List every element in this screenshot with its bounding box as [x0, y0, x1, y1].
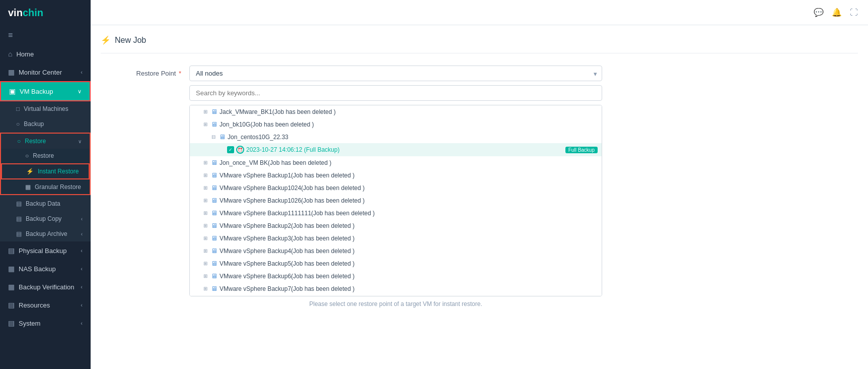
tree-label: Jon_centos10G_22.33	[228, 134, 598, 141]
sidebar-item-label: Virtual Machines	[24, 105, 68, 112]
tree-item-vmware-backup6[interactable]: ⊞🖥VMware vSphere Backup6(Job has been de…	[190, 270, 602, 282]
tree-item-jon-once-vm[interactable]: ⊞🖥Jon_once_VM BK(Job has been deleted )	[190, 156, 602, 169]
sidebar-item-label: Backup Data	[26, 200, 60, 207]
tree-item-jack-vmbk1[interactable]: ⊞🖥Jack_VMware_BK1(Job has been deleted )	[190, 105, 602, 118]
sidebar-toggle[interactable]: ≡	[0, 26, 91, 45]
sidebar-item-label: Backup Verification	[19, 283, 75, 291]
vm-backup-icon: ▣	[9, 87, 16, 95]
backup-copy-icon: ▤	[16, 215, 22, 222]
restore-point-row: Restore Point * All nodes ⊞🖥Jack_VMware_…	[121, 66, 838, 312]
sidebar-item-system[interactable]: ▤ System ‹	[0, 314, 91, 332]
sidebar-item-label: Backup Archive	[26, 230, 67, 237]
tree-item-vmware-backup3[interactable]: ⊞🖥VMware vSphere Backup3(Job has been de…	[190, 232, 602, 244]
sidebar-item-backup[interactable]: ○ Backup	[0, 116, 91, 132]
sidebar-item-restore[interactable]: ○ Restore ∨	[1, 134, 90, 149]
sidebar-item-label: Restore	[33, 152, 54, 159]
tree-item-vmware-backup1024[interactable]: ⊞🖥VMware vSphere Backup1024(Job has been…	[190, 181, 602, 194]
tree-item-jon-centos10g[interactable]: ⊟🖥Jon_centos10G_22.33	[190, 131, 602, 143]
tree-item-vmware-backup1026[interactable]: ⊞🖥VMware vSphere Backup1026(Job has been…	[190, 194, 602, 207]
system-icon: ▤	[8, 319, 15, 327]
tree-toggle: ⊞	[202, 286, 209, 291]
tree-item-vmware-backup1111111[interactable]: ⊞🖥VMware vSphere Backup1111111(Job has b…	[190, 207, 602, 219]
job-icon: 🖥	[211, 184, 218, 192]
logo-chin: chin	[23, 7, 43, 18]
job-icon: 🖥	[211, 120, 218, 128]
sidebar-item-nas-backup[interactable]: ▦ NAS Backup ‹	[0, 260, 91, 278]
sidebar-item-label: Granular Restore	[35, 183, 81, 191]
tree-item-vmware-backup4[interactable]: ⊞🖥VMware vSphere Backup4(Job has been de…	[190, 244, 602, 257]
backup-type-badge: Full Backup	[565, 147, 598, 153]
logo-vin: vin	[8, 7, 23, 18]
nas-backup-icon: ▦	[8, 265, 15, 273]
job-icon: 🖥	[211, 247, 218, 255]
chevron-left-icon: ‹	[81, 266, 83, 272]
node-select[interactable]: All nodes	[189, 66, 602, 81]
physical-backup-icon: ▤	[8, 247, 15, 255]
sidebar-item-granular-restore[interactable]: ▦ Granular Restore	[1, 180, 90, 194]
search-input[interactable]	[189, 85, 602, 101]
chat-icon[interactable]: 💬	[814, 8, 824, 17]
sidebar-item-instant-restore[interactable]: ⚡ Instant Restore	[2, 164, 89, 178]
tree-label: VMware vSphere Backup1(Job has been dele…	[220, 172, 598, 179]
monitor-icon: ▦	[8, 68, 15, 76]
job-icon: 🖥	[211, 159, 218, 166]
tree-toggle: ⊞	[202, 248, 209, 254]
tree-item-jon-bk10g[interactable]: ⊞🖥Jon_bk10G(Job has been deleted )	[190, 118, 602, 131]
sidebar-item-home[interactable]: ⌂ Home	[0, 45, 91, 63]
sidebar-item-monitor-center[interactable]: ▦ Monitor Center ‹	[0, 63, 91, 81]
sidebar-item-backup-copy[interactable]: ▤ Backup Copy ‹	[0, 211, 91, 226]
resources-icon: ▤	[8, 301, 15, 309]
tree-toggle: ⊞	[202, 172, 209, 178]
vm-backup-submenu: □ Virtual Machines ○ Backup ○ Restore ∨ …	[0, 101, 91, 241]
sidebar-item-vm-backup[interactable]: ▣ VM Backup ∨	[0, 81, 91, 101]
hint-text: Please select one restore point of a tar…	[189, 296, 602, 312]
tree-item-vmware-backup5[interactable]: ⊞🖥VMware vSphere Backup5(Job has been de…	[190, 257, 602, 270]
new-job-icon: ⚡	[101, 35, 111, 45]
fullscreen-icon[interactable]: ⛶	[850, 8, 858, 17]
sidebar-item-backup-verification[interactable]: ▦ Backup Verification ‹	[0, 278, 91, 296]
tree-label: 2023-10-27 14:06:12 (Full Backup)	[246, 146, 561, 153]
tree-label: VMware vSphere Backup3(Job has been dele…	[220, 235, 598, 242]
job-icon: 🖥	[211, 209, 218, 217]
sidebar-item-backup-archive[interactable]: ▤ Backup Archive ‹	[0, 226, 91, 241]
sidebar-item-backup-data[interactable]: ▤ Backup Data	[0, 196, 91, 211]
backup-archive-icon: ▤	[16, 230, 22, 237]
required-marker: *	[179, 70, 181, 77]
tree-item-vmware-backup1[interactable]: ⊞🖥VMware vSphere Backup1(Job has been de…	[190, 169, 602, 181]
chevron-left-icon: ‹	[81, 69, 83, 75]
sidebar-item-label: Home	[16, 50, 34, 58]
tree-label: VMware vSphere Backup4(Job has been dele…	[220, 248, 598, 255]
topbar: 💬 🔔 ⛶	[91, 0, 868, 25]
tree-label: VMware vSphere Backup1111111(Job has bee…	[220, 210, 598, 217]
tree-item-vmware-backup7[interactable]: ⊞🖥VMware vSphere Backup7(Job has been de…	[190, 282, 602, 295]
job-icon: 🖥	[211, 260, 218, 267]
sidebar-item-virtual-machines[interactable]: □ Virtual Machines	[0, 101, 91, 116]
sidebar-item-resources[interactable]: ▤ Resources ‹	[0, 296, 91, 314]
tree-label: VMware vSphere Backup6(Job has been dele…	[220, 273, 598, 280]
tree-item-backup-point-1[interactable]: ✓ ⏰ 2023-10-27 14:06:12 (Full Backup)Ful…	[190, 143, 602, 156]
tree-toggle: ⊟	[210, 134, 217, 140]
tree-toggle: ⊞	[202, 223, 209, 228]
tree-toggle: ⊞	[202, 273, 209, 279]
logo: vinchin	[0, 0, 91, 26]
sidebar-item-label: NAS Backup	[19, 265, 56, 273]
chevron-left-icon: ‹	[81, 248, 83, 254]
chevron-down-icon: ∨	[78, 88, 82, 95]
job-icon: 🖥	[211, 108, 218, 115]
backup-verification-icon: ▦	[8, 283, 15, 291]
job-icon: 🖥	[211, 285, 218, 292]
vm-icon: 🖥	[219, 133, 226, 141]
sidebar-item-physical-backup[interactable]: ▤ Physical Backup ‹	[0, 241, 91, 260]
page-header: ⚡ New Job	[101, 35, 858, 53]
tree-toggle: ⊞	[202, 109, 209, 114]
tree-label: VMware vSphere Backup7(Job has been dele…	[220, 285, 598, 292]
chevron-left-icon: ‹	[81, 284, 83, 290]
sidebar-item-restore-sub[interactable]: ○ Restore	[1, 149, 90, 163]
chevron-left-icon: ‹	[81, 302, 83, 308]
backup-tree: ⊞🖥Jack_VMware_BK1(Job has been deleted )…	[189, 105, 602, 296]
form-section: Restore Point * All nodes ⊞🖥Jack_VMware_…	[101, 66, 858, 312]
bell-icon[interactable]: 🔔	[832, 8, 842, 17]
tree-item-vmware-backup2[interactable]: ⊞🖥VMware vSphere Backup2(Job has been de…	[190, 219, 602, 232]
tree-label: Jack_VMware_BK1(Job has been deleted )	[220, 108, 598, 115]
restore-sub-icon: ○	[25, 152, 29, 159]
